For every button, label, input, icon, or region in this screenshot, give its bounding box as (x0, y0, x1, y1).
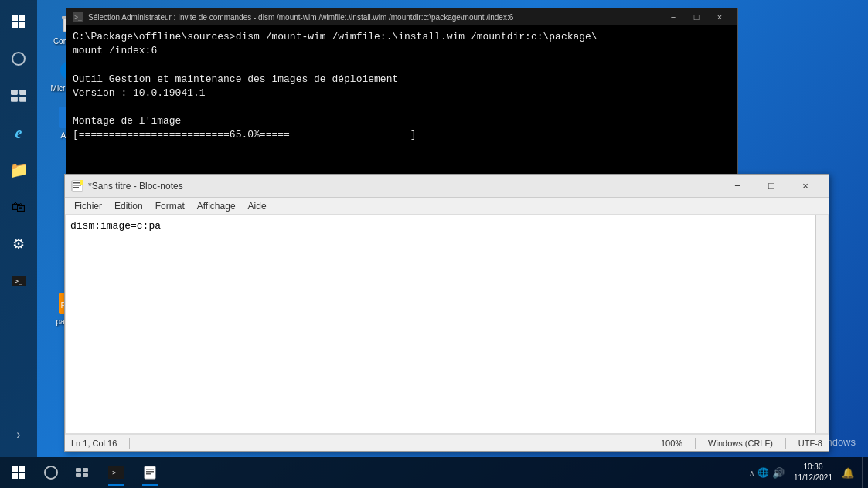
cmd-line-1: C:\Package\offline\sources>dism /mount-w… (73, 30, 731, 44)
cmd-sidebar-icon[interactable]: >_ (3, 266, 34, 297)
clock-date: 11/12/2021 (794, 473, 832, 483)
cmd-line-7: Montage de l'image (73, 114, 731, 128)
notepad-title: *Sans titre - Bloc-notes (88, 181, 720, 191)
notepad-menubar: Fichier Edition Format Affichage Aide (65, 198, 829, 215)
search-sidebar-icon[interactable] (3, 43, 34, 74)
statusbar-divider-3 (785, 438, 786, 449)
svg-rect-23 (76, 473, 81, 477)
svg-rect-20 (80, 180, 83, 185)
taskbar-cmd-app[interactable]: >_ (99, 457, 133, 488)
cmd-titlebar[interactable]: >_ Sélection Administrateur : Invite de … (66, 8, 737, 25)
svg-rect-18 (73, 185, 81, 186)
svg-rect-19 (73, 187, 79, 188)
cmd-title: Sélection Administrateur : Invite de com… (88, 13, 662, 22)
edge-sidebar-icon[interactable]: e (3, 117, 34, 148)
svg-rect-2 (11, 97, 18, 102)
statusbar-divider-2 (695, 438, 696, 449)
notepad-scrollbar[interactable] (815, 215, 828, 433)
tray-up-arrow[interactable]: ∧ (749, 469, 754, 477)
taskbar-notepad-app[interactable] (133, 457, 167, 488)
notepad-line-ending: Windows (CRLF) (708, 439, 773, 448)
start-icon[interactable] (3, 6, 34, 37)
menu-edition[interactable]: Edition (108, 199, 149, 213)
taskbar: >_ ∧ 🌐 🔊 10:30 11/12/2021 🔔 (0, 457, 868, 488)
statusbar-divider-1 (129, 438, 130, 449)
settings-sidebar-icon[interactable]: ⚙ (3, 229, 34, 259)
notepad-content-area[interactable]: dism:image=c:pa (65, 215, 829, 434)
notepad-minimize-button[interactable]: − (720, 175, 754, 198)
cmd-restore-button[interactable]: □ (685, 8, 708, 25)
cmd-minimize-button[interactable]: − (662, 8, 685, 25)
menu-aide[interactable]: Aide (242, 199, 273, 213)
statusbar-right: 100% Windows (CRLF) UTF-8 (661, 438, 822, 449)
tray-network-icon[interactable]: 🌐 (757, 467, 769, 478)
notepad-textarea[interactable]: dism:image=c:pa (69, 219, 825, 430)
task-view-button[interactable] (65, 457, 99, 488)
svg-rect-21 (76, 468, 81, 472)
svg-rect-24 (83, 473, 88, 477)
cmd-line-6 (73, 100, 731, 114)
taskbar-search-button[interactable] (37, 457, 65, 488)
start-button[interactable] (0, 457, 37, 488)
svg-rect-1 (19, 90, 26, 95)
task-view-icon[interactable] (3, 80, 34, 111)
cmd-line-2: mount /index:6 (73, 44, 731, 58)
menu-fichier[interactable]: Fichier (68, 199, 108, 213)
clock-time: 10:30 (794, 462, 832, 473)
svg-rect-26 (146, 469, 154, 470)
notepad-titlebar[interactable]: *Sans titre - Bloc-notes − □ × (65, 175, 829, 198)
tray-sound-icon[interactable]: 🔊 (772, 467, 785, 479)
notepad-window: *Sans titre - Bloc-notes − □ × Fichier E… (64, 174, 829, 452)
notepad-zoom: 100% (661, 439, 682, 448)
notepad-statusbar: Ln 1, Col 16 100% Windows (CRLF) UTF-8 (65, 434, 829, 451)
cmd-line-4: Outil Gestion et maintenance des images … (73, 73, 731, 86)
svg-rect-27 (146, 471, 154, 473)
system-clock[interactable]: 10:30 11/12/2021 (788, 462, 839, 483)
cmd-close-button[interactable]: × (708, 8, 731, 25)
show-desktop-button[interactable] (862, 457, 868, 488)
svg-rect-17 (73, 182, 81, 184)
cmd-line-5: Version : 10.0.19041.1 (73, 86, 731, 100)
cmd-content[interactable]: C:\Package\offline\sources>dism /mount-w… (66, 25, 737, 192)
notepad-window-controls: − □ × (720, 175, 822, 198)
desktop: e 📁 🛍 ⚙ >_ › (0, 0, 868, 488)
notepad-encoding: UTF-8 (798, 439, 822, 448)
cmd-progress-line: [=========================65.0%===== ] (73, 128, 731, 142)
file-explorer-sidebar-icon[interactable]: 📁 (3, 154, 34, 185)
cmd-window: >_ Sélection Administrateur : Invite de … (66, 8, 738, 193)
system-tray: ∧ 🌐 🔊 10:30 11/12/2021 🔔 (749, 462, 862, 483)
svg-rect-3 (19, 97, 26, 102)
notepad-icon (71, 180, 83, 192)
action-center-icon[interactable]: 🔔 (842, 467, 859, 479)
cmd-window-controls: − □ × (662, 8, 731, 25)
notepad-close-button[interactable]: × (788, 175, 822, 198)
sidebar: e 📁 🛍 ⚙ >_ › (0, 0, 37, 457)
chevron-expand[interactable]: › (16, 428, 20, 442)
store-sidebar-icon[interactable]: 🛍 (3, 191, 34, 222)
cmd-line-3 (73, 58, 731, 72)
svg-rect-25 (145, 466, 155, 479)
menu-affichage[interactable]: Affichage (191, 199, 242, 213)
svg-rect-0 (11, 90, 18, 95)
menu-format[interactable]: Format (149, 199, 191, 213)
svg-rect-22 (83, 468, 88, 472)
notepad-restore-button[interactable]: □ (754, 175, 788, 198)
notepad-position: Ln 1, Col 16 (71, 439, 117, 448)
svg-rect-28 (146, 473, 151, 475)
cmd-titlebar-icon: >_ (73, 12, 83, 22)
